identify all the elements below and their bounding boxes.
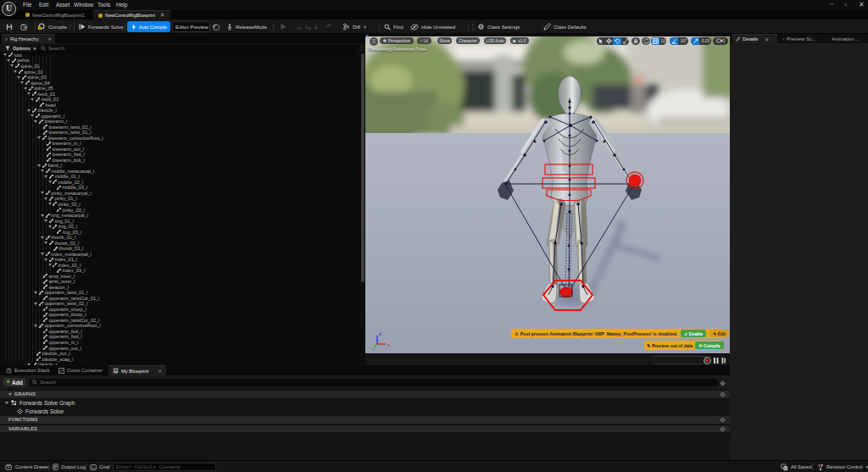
svg-text:z: z: [379, 331, 381, 336]
svg-text:x: x: [387, 342, 390, 347]
svg-text:y: y: [372, 346, 375, 351]
